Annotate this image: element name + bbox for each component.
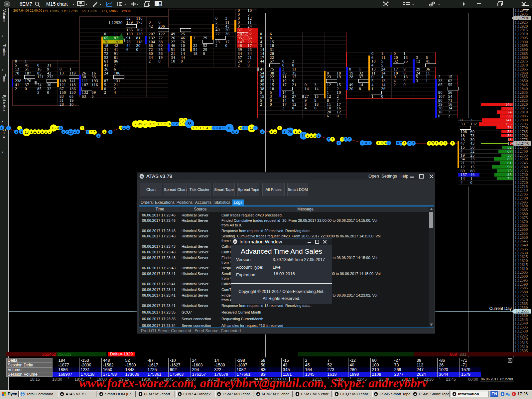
svg-text:1: 1	[203, 126, 204, 130]
svg-text:2: 2	[261, 130, 263, 133]
svg-text:TC: TC	[21, 393, 24, 396]
svg-text:3: 3	[1, 126, 2, 129]
svg-text:85: 85	[188, 122, 192, 126]
svg-text:6: 6	[409, 141, 410, 145]
svg-text:14: 14	[302, 134, 306, 138]
svg-text:3: 3	[45, 130, 47, 133]
svg-text:2: 2	[74, 130, 75, 133]
svg-text:A: A	[141, 175, 143, 178]
svg-text:A: A	[335, 393, 337, 396]
svg-text:29: 29	[288, 130, 292, 134]
svg-text:5: 5	[295, 130, 296, 133]
svg-text:7: 7	[328, 137, 330, 141]
svg-text:A: A	[179, 393, 181, 396]
svg-text:1: 1	[436, 141, 437, 145]
svg-text:2: 2	[176, 122, 178, 126]
svg-text:1: 1	[318, 134, 319, 137]
svg-text:7: 7	[90, 130, 92, 134]
svg-text:A: A	[453, 393, 455, 396]
svg-text:2: 2	[388, 141, 389, 145]
svg-text:1: 1	[440, 141, 442, 145]
svg-text:8: 8	[19, 126, 20, 130]
svg-text:3: 3	[216, 126, 217, 130]
svg-text:1: 1	[87, 130, 88, 134]
svg-text:1: 1	[180, 122, 182, 126]
svg-text:2: 2	[345, 137, 346, 141]
svg-text:A: A	[375, 393, 377, 396]
svg-text:1: 1	[41, 130, 43, 133]
svg-text:1: 1	[38, 130, 39, 133]
svg-text:4: 4	[403, 141, 405, 145]
svg-text:1: 1	[444, 141, 446, 145]
svg-text:7: 7	[361, 141, 363, 145]
svg-text:1: 1	[30, 130, 32, 133]
svg-text:16: 16	[227, 126, 231, 130]
svg-text:16: 16	[167, 122, 171, 126]
svg-text:2: 2	[49, 130, 50, 133]
svg-text:2: 2	[180, 118, 182, 122]
svg-text:2: 2	[164, 122, 166, 126]
svg-text:6: 6	[213, 126, 214, 130]
svg-text:A: A	[414, 393, 416, 396]
svg-text:3: 3	[283, 130, 285, 133]
svg-text:2: 2	[103, 130, 105, 133]
svg-text:1: 1	[15, 130, 17, 133]
svg-text:1: 1	[109, 130, 111, 134]
svg-text:7: 7	[400, 141, 402, 145]
svg-text:8: 8	[397, 141, 399, 145]
svg-text:3: 3	[432, 141, 434, 145]
svg-text:A: A	[100, 393, 102, 396]
svg-text:2: 2	[97, 134, 99, 137]
svg-text:1: 1	[172, 122, 174, 126]
svg-text:8: 8	[271, 130, 272, 133]
svg-text:3: 3	[93, 130, 95, 134]
svg-text:1: 1	[452, 141, 453, 145]
svg-text:1: 1	[196, 126, 198, 130]
svg-text:4: 4	[120, 126, 122, 129]
svg-text:13: 13	[25, 130, 29, 134]
svg-text:A: A	[139, 393, 141, 396]
svg-text:3: 3	[246, 126, 247, 130]
svg-text:9: 9	[153, 122, 155, 126]
svg-text:9: 9	[209, 126, 211, 130]
svg-text:1: 1	[236, 130, 237, 133]
svg-text:1: 1	[243, 126, 244, 130]
svg-text:A: A	[234, 240, 236, 243]
svg-text:4: 4	[206, 126, 208, 130]
svg-text:1: 1	[310, 134, 312, 137]
svg-text:1: 1	[279, 126, 280, 130]
svg-text:23: 23	[143, 122, 147, 126]
svg-text:1: 1	[123, 126, 125, 129]
svg-text:3: 3	[8, 126, 9, 130]
svg-text:3: 3	[57, 126, 59, 130]
svg-text:11: 11	[33, 130, 37, 133]
svg-text:1: 1	[332, 137, 333, 141]
svg-text:3: 3	[412, 141, 414, 145]
svg-text:A: A	[296, 393, 298, 396]
svg-text:8: 8	[77, 130, 78, 133]
svg-text:A: A	[257, 393, 259, 396]
svg-text:16: 16	[52, 126, 56, 130]
svg-text:A: A	[61, 393, 63, 396]
svg-text:39: 39	[138, 122, 142, 126]
svg-text:7: 7	[368, 141, 370, 145]
svg-text:4: 4	[60, 126, 62, 130]
svg-text:3: 3	[314, 134, 316, 137]
svg-text:6: 6	[232, 130, 234, 133]
svg-text:10: 10	[69, 130, 73, 134]
svg-text:1: 1	[81, 126, 83, 130]
svg-text:1: 1	[239, 126, 241, 130]
svg-text:3: 3	[219, 126, 221, 130]
svg-text:1: 1	[157, 122, 159, 126]
svg-text:8: 8	[381, 141, 382, 145]
svg-text:3: 3	[365, 141, 367, 145]
svg-text:1: 1	[307, 134, 308, 137]
svg-text:1: 1	[161, 122, 163, 126]
svg-text:1: 1	[428, 141, 430, 145]
svg-text:1: 1	[377, 141, 379, 145]
svg-text:6: 6	[348, 137, 350, 141]
svg-text:1: 1	[200, 126, 201, 130]
svg-text:1: 1	[298, 130, 300, 133]
svg-text:1: 1	[192, 126, 194, 130]
svg-text:1: 1	[341, 137, 343, 141]
